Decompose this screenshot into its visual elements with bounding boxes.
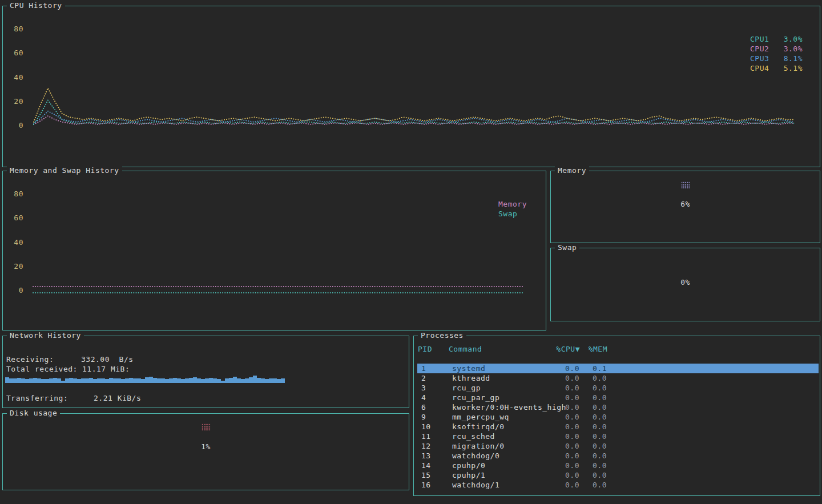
cell-cpu: 0.0 [551,402,579,412]
table-row[interactable]: 13watchdog/00.00.0 [417,451,819,461]
memory-pie-icon [681,182,690,189]
cell-spacer [607,480,819,490]
table-row[interactable]: 4rcu_par_gp0.00.0 [417,393,819,402]
cell-mem: 0.0 [579,461,607,470]
cell-pid: 16 [417,480,448,490]
y-axis-tick: 0 [3,286,23,295]
table-row[interactable]: 6kworker/0:0H-events_high0.00.0 [417,402,819,412]
y-axis-tick: 60 [3,49,23,58]
cell-mem: 0.0 [579,470,607,480]
column-header-spacer [607,344,819,354]
cell-cpu: 0.0 [551,412,579,422]
swap-panel: Swap 0% [550,248,820,321]
cell-command: mm_percpu_wq [448,412,551,422]
cell-mem: 0.0 [579,393,607,402]
column-header-cpu[interactable]: %CPU▼ [551,344,580,354]
panel-title: Disk usage [7,409,60,418]
y-axis-tick: 60 [3,213,23,223]
cell-cpu: 0.0 [551,383,579,393]
cell-mem: 0.0 [579,480,607,490]
y-axis-tick: 20 [3,262,23,271]
table-row[interactable]: 2kthreadd0.00.0 [417,373,819,383]
legend-item: Swap [498,209,551,219]
cell-cpu: 0.0 [551,393,579,402]
y-axis-tick: 20 [3,97,23,106]
panel-title: Swap [555,243,579,252]
series-cpu4 [34,88,794,122]
memory-percent: 6% [551,199,820,209]
table-row[interactable]: 3rcu_gp0.00.0 [417,383,819,393]
cell-pid: 12 [417,441,448,451]
table-row[interactable]: 9mm_percpu_wq0.00.0 [417,412,819,422]
cell-cpu: 0.0 [551,470,579,480]
cell-mem: 0.0 [579,422,607,432]
table-row[interactable]: 12migration/00.00.0 [417,441,819,451]
table-row[interactable]: 1systemd0.00.1 [417,364,819,373]
legend-item: CPU38.1% [750,54,803,63]
legend-label: Memory [498,199,527,209]
legend-label: CPU4 [750,63,769,73]
cell-spacer [607,470,819,480]
cell-spacer [607,432,819,441]
column-header-command[interactable]: Command [449,344,551,354]
legend-item: Memory [498,199,551,209]
cell-command: ksoftirqd/0 [448,422,551,432]
memory-swap-history-panel: Memory and Swap History 806040200 Memory… [2,171,546,330]
column-header-pid[interactable]: PID [418,344,449,354]
cell-command: migration/0 [448,441,551,451]
y-axis-tick: 80 [3,189,23,199]
cell-spacer [607,373,819,383]
cell-cpu: 0.0 [551,364,579,373]
cell-pid: 15 [417,470,448,480]
cell-pid: 1 [417,364,448,373]
table-row[interactable]: 11rcu_sched0.00.0 [417,432,819,441]
cell-pid: 3 [417,383,448,393]
memory-panel: Memory 6% [550,171,820,243]
memory-swap-chart [3,171,545,329]
legend-label: CPU2 [750,44,769,54]
processes-panel: Processes PID Command %CPU▼ %MEM 1system… [413,336,820,496]
table-row[interactable]: 16watchdog/10.00.0 [417,480,819,490]
table-row[interactable]: 14cpuhp/00.00.0 [417,461,819,470]
legend-label: CPU1 [750,34,769,44]
legend-value: 8.1% [784,54,803,63]
cpu-history-panel: CPU History 806040200 CPU13.0%CPU23.0%CP… [2,6,820,167]
legend-label: Swap [498,209,517,219]
cell-cpu: 0.0 [551,451,579,461]
table-row[interactable]: 10ksoftirqd/00.00.0 [417,422,819,432]
cell-spacer [607,393,819,402]
process-table: 1systemd0.00.12kthreadd0.00.03rcu_gp0.00… [417,364,819,490]
y-axis-tick: 40 [3,238,23,247]
swap-percent: 0% [551,277,820,287]
disk-usage-panel: Disk usage 1% [2,413,409,490]
cell-pid: 9 [417,412,448,422]
legend-value: 3.0% [784,44,803,54]
cell-spacer [607,441,819,451]
cell-cpu: 0.0 [551,422,579,432]
table-row[interactable]: 15cpuhp/10.00.0 [417,470,819,480]
cell-command: rcu_gp [448,383,551,393]
cell-command: systemd [448,364,551,373]
cell-spacer [607,461,819,470]
column-header-mem[interactable]: %MEM [580,344,607,354]
legend-label: CPU3 [750,54,769,63]
cell-command: cpuhp/1 [448,470,551,480]
cell-command: cpuhp/0 [448,461,551,470]
disk-percent: 1% [3,442,409,451]
cell-spacer [607,422,819,432]
legend-item: CPU23.0% [750,44,803,54]
cell-mem: 0.0 [579,383,607,393]
cell-mem: 0.0 [579,451,607,461]
cell-mem: 0.0 [579,373,607,383]
cell-pid: 14 [417,461,448,470]
cell-cpu: 0.0 [551,432,579,441]
cell-spacer [607,383,819,393]
cell-cpu: 0.0 [551,480,579,490]
legend-item: CPU45.1% [750,63,803,73]
panel-title: Memory [555,166,589,175]
transferring-label: Transferring: [6,393,68,403]
cell-spacer [607,451,819,461]
cell-mem: 0.0 [579,432,607,441]
legend-item: CPU13.0% [750,34,803,44]
cell-pid: 13 [417,451,448,461]
